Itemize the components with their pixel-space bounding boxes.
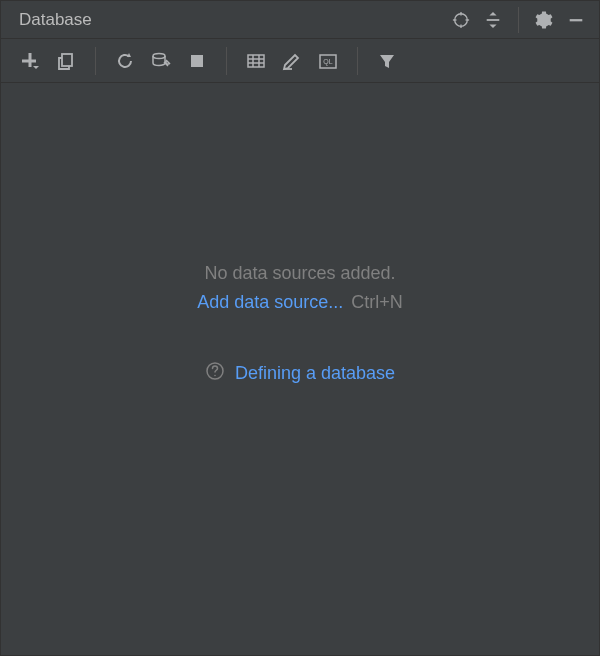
svg-text:QL: QL bbox=[323, 58, 332, 66]
help-link[interactable]: Defining a database bbox=[235, 363, 395, 384]
content-area: No data sources added. Add data source..… bbox=[1, 83, 599, 655]
database-panel: Database bbox=[0, 0, 600, 656]
table-view-button[interactable] bbox=[241, 46, 271, 76]
add-action-row: Add data source... Ctrl+N bbox=[197, 292, 403, 313]
add-shortcut: Ctrl+N bbox=[351, 292, 403, 313]
title-actions bbox=[448, 7, 589, 33]
title-separator bbox=[518, 7, 519, 33]
help-icon bbox=[205, 361, 225, 386]
svg-point-0 bbox=[455, 13, 468, 26]
empty-state-message: No data sources added. bbox=[204, 263, 395, 284]
svg-point-21 bbox=[214, 374, 216, 376]
toolbar-separator-2 bbox=[226, 47, 227, 75]
add-data-source-link[interactable]: Add data source... bbox=[197, 292, 343, 313]
data-source-properties-button[interactable] bbox=[146, 46, 176, 76]
svg-rect-11 bbox=[191, 55, 203, 67]
target-icon[interactable] bbox=[448, 7, 474, 33]
minimize-icon[interactable] bbox=[563, 7, 589, 33]
console-button[interactable]: QL bbox=[313, 46, 343, 76]
duplicate-button[interactable] bbox=[51, 46, 81, 76]
stop-button[interactable] bbox=[182, 46, 212, 76]
refresh-button[interactable] bbox=[110, 46, 140, 76]
svg-rect-8 bbox=[22, 59, 36, 62]
panel-title: Database bbox=[19, 10, 92, 30]
collapse-all-icon[interactable] bbox=[480, 7, 506, 33]
help-row: Defining a database bbox=[205, 361, 395, 386]
svg-point-10 bbox=[153, 53, 165, 58]
add-button[interactable] bbox=[15, 46, 45, 76]
edit-button[interactable] bbox=[277, 46, 307, 76]
svg-rect-5 bbox=[487, 19, 500, 21]
toolbar: QL bbox=[1, 39, 599, 83]
gear-icon[interactable] bbox=[531, 7, 557, 33]
toolbar-separator-1 bbox=[95, 47, 96, 75]
toolbar-separator-3 bbox=[357, 47, 358, 75]
title-bar: Database bbox=[1, 1, 599, 39]
svg-rect-12 bbox=[248, 55, 264, 67]
svg-rect-6 bbox=[570, 19, 583, 21]
svg-rect-9 bbox=[62, 54, 72, 66]
filter-button[interactable] bbox=[372, 46, 402, 76]
